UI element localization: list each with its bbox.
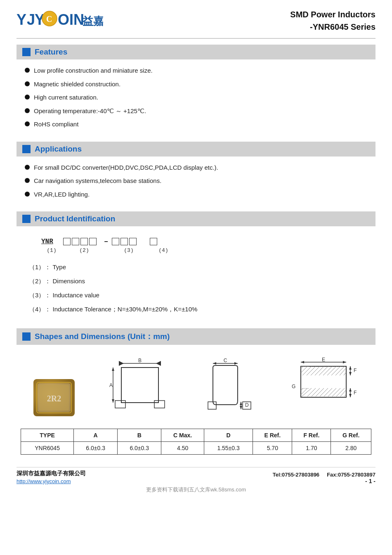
applications-icon xyxy=(22,145,31,153)
cell-b: 6.0±0.3 xyxy=(118,442,161,455)
applications-section-header: Applications xyxy=(17,142,375,157)
table-header-row: TYPE A B C Max. D E Ref. F Ref. G Ref. xyxy=(21,429,371,442)
box-3a xyxy=(112,238,119,245)
svg-marker-31 xyxy=(240,402,242,405)
shapes-section: 2R2 B xyxy=(17,349,375,459)
shapes-title: Shapes and Dimensions (Unit：mm) xyxy=(35,331,170,342)
svg-line-65 xyxy=(328,388,336,396)
svg-line-44 xyxy=(301,366,312,377)
features-title: Features xyxy=(35,47,67,57)
svg-rect-13 xyxy=(121,368,158,403)
col-a: A xyxy=(74,429,118,442)
dimensions-table: TYPE A B C Max. D E Ref. F Ref. G Ref. Y… xyxy=(21,429,371,455)
svg-line-52 xyxy=(335,366,345,375)
svg-text:J: J xyxy=(27,11,35,28)
svg-text:Y: Y xyxy=(17,11,26,28)
shapes-section-header: Shapes and Dimensions (Unit：mm) xyxy=(17,328,375,345)
product-id-title: Product Identification xyxy=(35,214,115,223)
svg-rect-16 xyxy=(115,401,125,408)
svg-text:C: C xyxy=(224,358,227,363)
svg-text:A: A xyxy=(109,382,113,388)
applications-list: For small DC/DC converter(HDD,DVC,DSC,PD… xyxy=(17,161,375,206)
svg-line-62 xyxy=(316,388,324,396)
col-b: B xyxy=(118,429,161,442)
cell-a: 6.0±0.3 xyxy=(74,442,118,455)
svg-rect-7 xyxy=(33,379,75,416)
footer-right: Tel:0755-27803896 Fax:0755-27803897 - 1 … xyxy=(273,472,375,484)
list-item: VR,AR,LED lighting. xyxy=(25,190,375,199)
logo-svg: Y J Y C OIN 益嘉源 xyxy=(17,8,103,29)
svg-marker-20 xyxy=(112,399,114,403)
svg-line-45 xyxy=(301,366,316,381)
prod-desc-3: （3）： Inductance value xyxy=(29,290,363,300)
page: Y J Y C OIN 益嘉源 SMD Power Inductors -YNR… xyxy=(0,0,392,555)
svg-rect-9 xyxy=(39,385,69,410)
bullet-dot xyxy=(25,165,30,170)
title-line1: SMD Power Inductors xyxy=(290,8,375,21)
svg-marker-26 xyxy=(234,362,238,365)
list-item: High current saturation. xyxy=(25,93,375,102)
svg-line-50 xyxy=(327,366,336,375)
watermark: 更多资料下载请到五八文库wk.58sms.com xyxy=(17,486,375,493)
svg-line-66 xyxy=(332,388,340,396)
svg-line-63 xyxy=(320,388,328,396)
dash-separator: – xyxy=(104,238,109,245)
svg-text:D: D xyxy=(245,402,249,408)
svg-rect-17 xyxy=(154,401,165,408)
svg-marker-76 xyxy=(349,394,352,397)
svg-text:E: E xyxy=(322,357,325,363)
svg-rect-8 xyxy=(37,382,71,413)
svg-text:F: F xyxy=(354,368,357,373)
bullet-dot xyxy=(25,178,30,183)
col-type: TYPE xyxy=(21,429,74,442)
applications-title: Applications xyxy=(35,145,82,154)
product-id-diagram: YNR – xyxy=(17,230,375,258)
svg-marker-72 xyxy=(349,372,352,375)
footer: 深圳市益嘉源电子有限公司 http://www.yjycoin.com Tel:… xyxy=(17,467,375,484)
svg-text:G: G xyxy=(292,384,295,389)
cell-f: 1.70 xyxy=(292,442,331,455)
product-id-descriptions: （1）： Type （2）： Dimensions （3）： Inductanc… xyxy=(17,258,375,323)
ynr-label: YNR xyxy=(41,238,53,245)
svg-line-43 xyxy=(301,366,307,373)
bullet-dot xyxy=(25,121,30,126)
component-photo: 2R2 xyxy=(33,379,75,416)
list-item: RoHS compliant xyxy=(25,120,375,129)
table-row: YNR6045 6.0±0.3 6.0±0.3 4.50 1.55±0.3 5.… xyxy=(21,442,371,455)
bullet-dot xyxy=(25,68,30,73)
features-icon xyxy=(22,48,31,56)
svg-line-46 xyxy=(311,366,320,375)
svg-line-67 xyxy=(336,388,345,396)
cell-c: 4.50 xyxy=(161,442,204,455)
diagram-ab: B A xyxy=(109,357,171,416)
col-c: C Max. xyxy=(161,429,204,442)
bullet-dot xyxy=(25,95,30,100)
svg-line-53 xyxy=(340,368,346,375)
box-3b xyxy=(120,238,128,245)
cell-g: 2.80 xyxy=(331,442,371,455)
box-3c xyxy=(129,238,137,245)
list-item: Low profile construction and miniature s… xyxy=(25,66,375,76)
svg-line-47 xyxy=(315,366,324,375)
page-number: - 1 - xyxy=(365,478,375,484)
svg-marker-36 xyxy=(343,361,346,363)
svg-marker-35 xyxy=(301,361,304,363)
num-label-1: (1) xyxy=(47,247,56,254)
logo-area: Y J Y C OIN 益嘉源 xyxy=(17,8,103,29)
title-line2: -YNR6045 Series xyxy=(290,21,375,33)
svg-text:B: B xyxy=(138,358,142,363)
features-list: Low profile construction and miniature s… xyxy=(17,64,375,136)
box-2d xyxy=(89,238,97,245)
svg-text:益嘉源: 益嘉源 xyxy=(83,15,103,27)
product-id-icon xyxy=(22,215,31,223)
svg-line-51 xyxy=(331,366,340,375)
list-item: For small DC/DC converter(HDD,DVC,DSC,PD… xyxy=(25,163,375,173)
svg-line-60 xyxy=(307,388,316,396)
col-g: G Ref. xyxy=(331,429,371,442)
diagram-efg: E G xyxy=(288,357,359,416)
company-name: 深圳市益嘉源电子有限公司 xyxy=(17,470,86,477)
cell-type: YNR6045 xyxy=(21,442,74,455)
col-d: D xyxy=(204,429,253,442)
company-url[interactable]: http://www.yjycoin.com xyxy=(17,478,86,484)
list-item: Car navigation systems,telecom base stat… xyxy=(25,176,375,186)
